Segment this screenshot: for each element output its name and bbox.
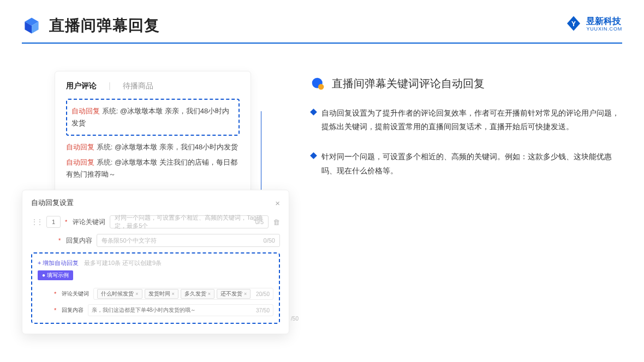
- counter: 0/50: [264, 237, 275, 244]
- bullet-text: 自动回复设置为了提升作者的评论回复效率，作者可在开播前针对常见的评论用户问题，提…: [321, 106, 622, 134]
- brand-sub: YUUXIN.COM: [586, 26, 622, 32]
- chat-bubble-icon: [311, 77, 325, 91]
- page-header: 直播间弹幕回复 Y 昱新科技 YUUXIN.COM: [0, 0, 644, 43]
- input-placeholder: 对同一个问题，可设置多个相近、高频的关键词，Tag确定，最多5个: [115, 214, 264, 230]
- input-placeholder: 每条限50个中文字符: [102, 237, 156, 245]
- close-icon[interactable]: ×: [275, 198, 280, 208]
- auto-reply-label: 自动回复: [66, 158, 94, 166]
- diamond-bullet-icon: [310, 108, 317, 116]
- tab-separator: |: [109, 81, 111, 91]
- content-label: 回复内容: [66, 236, 92, 245]
- tab-pending-goods[interactable]: 待播商品: [123, 81, 153, 91]
- ex-content-value: 亲，我们这边都是下单48小时内发货的哦～: [92, 306, 196, 314]
- comment-line: 自动回复 系统: @冰墩墩本墩 亲亲，我们48小时内发货: [66, 141, 240, 153]
- page-title: 直播间弹幕回复: [49, 15, 160, 36]
- counter: 0/5: [255, 219, 264, 225]
- keyword-row: ⋮⋮ 1 * 评论关键词 对同一个问题，可设置多个相近、高频的关键词，Tag确定…: [31, 215, 280, 228]
- ex-keyword-label: 评论关键词: [62, 290, 89, 298]
- outside-counter: /50: [291, 316, 299, 322]
- system-label: 系统:: [102, 107, 118, 115]
- svg-point-6: [318, 84, 324, 89]
- diamond-bullet-icon: [310, 153, 317, 160]
- content-row: * 回复内容 每条限50个中文字符 0/50: [31, 234, 280, 247]
- comment-msg: @冰墩墩本墩 亲亲，我们48小时内发货: [115, 143, 238, 151]
- required-star: *: [65, 219, 67, 225]
- section-title: 直播间弹幕关键词评论自动回复: [332, 76, 485, 91]
- auto-reply-label: 自动回复: [66, 143, 94, 151]
- brand-name: 昱新科技: [586, 16, 621, 26]
- keyword-input[interactable]: 对同一个问题，可设置多个相近、高频的关键词，Tag确定，最多5个 0/5: [110, 215, 269, 228]
- bullet-text: 针对同一个问题，可设置多个相近的、高频的关键词。例如：这款多少钱、这块能优惠吗、…: [321, 150, 622, 177]
- tab-user-comments[interactable]: 用户评论: [66, 81, 97, 91]
- required-star: *: [58, 237, 61, 244]
- highlighted-comment: 自动回复 系统: @冰墩墩本墩 亲亲，我们48小时内发货: [66, 99, 240, 136]
- add-auto-reply-link[interactable]: + 增加自动回复: [38, 260, 79, 266]
- required-star: *: [54, 291, 56, 297]
- brand-icon: Y: [565, 15, 582, 32]
- bullet-item: 自动回复设置为了提升作者的评论回复效率，作者可在开播前针对常见的评论用户问题，提…: [311, 106, 622, 134]
- example-badge: ● 填写示例: [38, 270, 73, 280]
- trash-icon[interactable]: 🗑: [273, 218, 280, 226]
- content-input[interactable]: 每条限50个中文字符 0/50: [97, 234, 280, 247]
- auto-reply-label: 自动回复: [71, 107, 100, 115]
- comments-card: 用户评论 | 待播商品 自动回复 系统: @冰墩墩本墩 亲亲，我们48小时内发货…: [55, 71, 251, 193]
- bullet-item: 针对同一个问题，可设置多个相近的、高频的关键词。例如：这款多少钱、这块能优惠吗、…: [311, 150, 622, 177]
- ex-content-label: 回复内容: [62, 306, 84, 314]
- tag[interactable]: 多久发货×: [181, 289, 214, 299]
- tag[interactable]: 什么时候发货×: [97, 289, 142, 299]
- add-hint: 最多可建10条 还可以创建9条: [84, 260, 162, 266]
- index-number: 1: [46, 216, 61, 228]
- comment-tabs: 用户评论 | 待播商品: [66, 81, 240, 91]
- example-block: + 增加自动回复 最多可建10条 还可以创建9条 ● 填写示例 * 评论关键词 …: [31, 252, 280, 324]
- settings-title: 自动回复设置: [31, 198, 74, 208]
- cube-icon: [22, 16, 41, 35]
- svg-text:Y: Y: [571, 20, 576, 28]
- ex-keyword-input[interactable]: 什么时候发货× 发货时间× 多久发货× 还不发货× 20/50: [93, 288, 273, 300]
- settings-card: 自动回复设置 × ⋮⋮ 1 * 评论关键词 对同一个问题，可设置多个相近、高频的…: [22, 190, 289, 334]
- ex-content-input[interactable]: 亲，我们这边都是下单48小时内发货的哦～ 37/50: [88, 304, 273, 316]
- counter: 37/50: [256, 307, 270, 313]
- required-star: *: [54, 307, 56, 313]
- tag[interactable]: 发货时间×: [145, 289, 178, 299]
- keyword-label: 评论关键词: [73, 218, 105, 227]
- drag-handle-icon[interactable]: ⋮⋮: [31, 218, 42, 226]
- brand-block: Y 昱新科技 YUUXIN.COM: [565, 15, 622, 32]
- right-content: 直播间弹幕关键词评论自动回复 自动回复设置为了提升作者的评论回复效率，作者可在开…: [311, 71, 622, 194]
- system-label: 系统:: [97, 143, 113, 151]
- tag[interactable]: 还不发货×: [217, 289, 251, 299]
- counter: 20/50: [256, 291, 270, 297]
- left-screenshots: 用户评论 | 待播商品 自动回复 系统: @冰墩墩本墩 亲亲，我们48小时内发货…: [22, 71, 278, 194]
- system-label: 系统:: [97, 158, 113, 166]
- comment-line: 自动回复 系统: @冰墩墩本墩 关注我们的店铺，每日都有热门推荐呦～: [66, 156, 240, 180]
